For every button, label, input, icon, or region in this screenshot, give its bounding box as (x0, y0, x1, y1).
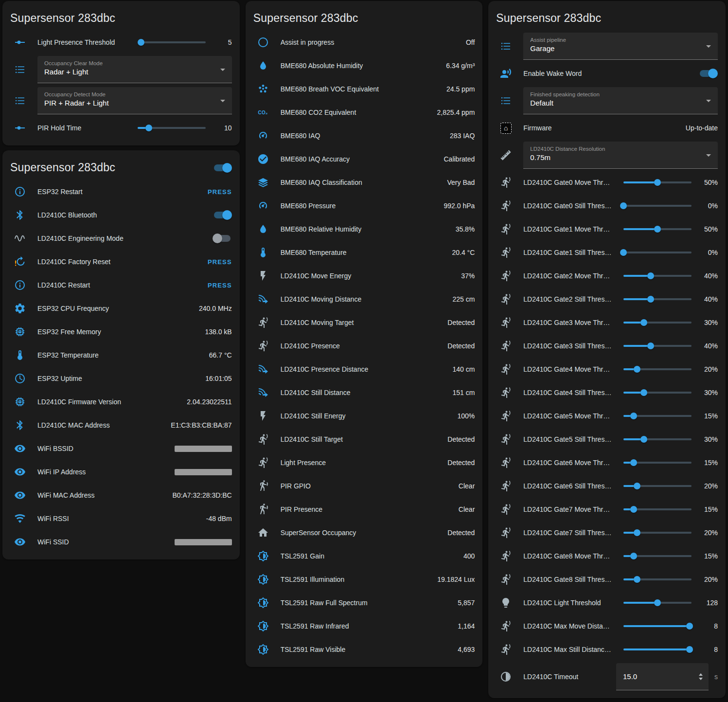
slider-thumb[interactable] (647, 272, 654, 279)
slider-ld2410c-gate2-still-thres[interactable] (623, 293, 692, 306)
slider-thumb[interactable] (138, 39, 144, 46)
slider-value: 50% (697, 225, 718, 233)
entity-value: 20.4 °C (452, 249, 475, 256)
press-button-ld2410c-restart[interactable]: PRESS (208, 282, 232, 289)
entity-label: TSL2591 Raw Visible (281, 646, 452, 653)
card-title: Supersensor 283dbc (10, 161, 207, 174)
slider-thumb[interactable] (647, 296, 654, 303)
press-button-esp32-restart[interactable]: PRESS (208, 188, 232, 196)
slider-thumb[interactable] (654, 599, 661, 606)
eye-icon (14, 489, 26, 501)
slider-thumb[interactable] (620, 202, 627, 209)
slider-thumb[interactable] (630, 506, 637, 513)
slider-ld2410c-gate4-move-thr[interactable] (623, 363, 692, 376)
slider-thumb[interactable] (630, 459, 637, 466)
slider-thumb[interactable] (654, 226, 661, 233)
slider-ld2410c-gate8-move-thr[interactable] (623, 550, 692, 562)
slider-ld2410c-gate0-move-thr[interactable] (623, 176, 692, 189)
slider-ld2410c-gate6-still-thres[interactable] (623, 480, 692, 492)
toggle-ld2410c-bluetooth[interactable] (213, 210, 232, 220)
slider-thumb[interactable] (640, 389, 647, 396)
increment-button[interactable] (699, 673, 703, 676)
slider-thumb[interactable] (634, 483, 640, 489)
select-occupancy-clear-mode[interactable]: Occupancy Clear ModeRadar + Light (37, 56, 232, 83)
row-ld2410c-still-distance: LD2410C Still Distance151 cm (246, 381, 483, 404)
card-power-toggle[interactable] (213, 163, 232, 173)
select-label: Occupancy Detect Mode (44, 91, 214, 97)
list-icon (500, 95, 512, 107)
chevron-down-icon (706, 100, 711, 102)
slider-thumb[interactable] (630, 553, 637, 559)
slider-pir-hold-time[interactable] (138, 122, 206, 134)
motion-run-icon (500, 247, 512, 258)
card-header: Supersensor 283dbc (246, 2, 483, 31)
slider-ld2410c-gate7-still-thres[interactable] (623, 526, 692, 539)
slider-thumb[interactable] (686, 646, 693, 653)
entity-value: Very Bad (447, 179, 475, 186)
motion-walk-icon (257, 480, 269, 492)
toggle-enable-wake-word[interactable] (698, 69, 718, 78)
slider-fill (623, 298, 651, 300)
switch-thumb (222, 163, 232, 173)
row-ld2410c-gate3-move-thr: LD2410C Gate3 Move Thr…30% (488, 311, 726, 334)
slider-ld2410c-gate3-still-thres[interactable] (623, 340, 692, 352)
row-enable-wake-word: Enable Wake Word (488, 62, 726, 85)
slider-ld2410c-gate8-still-thres[interactable] (623, 573, 692, 586)
select-assist-pipeline[interactable]: Assist pipelineGarage (523, 33, 718, 60)
select-ld2410c-distance-resolution[interactable]: LD2410C Distance Resolution0.75m (523, 142, 718, 169)
slider-ld2410c-light-threshold[interactable] (623, 596, 692, 609)
entity-label: BME680 Absolute Humidity (281, 62, 441, 70)
entity-label: LD2410C Restart (37, 281, 202, 289)
eye-icon (14, 536, 26, 548)
slider-thumb[interactable] (640, 319, 647, 326)
row-ld2410c-gate7-still-thres: LD2410C Gate7 Still Thres…20% (488, 521, 726, 544)
slider-ld2410c-gate7-move-thr[interactable] (623, 503, 692, 516)
switch-thumb (222, 210, 232, 220)
select-occupancy-detect-mode[interactable]: Occupancy Detect ModePIR + Radar + Light (37, 87, 232, 114)
number-input-ld2410c-timeout[interactable]: 15.0 (616, 663, 709, 690)
slider-thumb[interactable] (634, 529, 640, 536)
slider-ld2410c-max-still-distanc[interactable] (623, 643, 692, 656)
entity-label: Assist in progress (281, 38, 460, 46)
slider-ld2410c-gate3-move-thr[interactable] (623, 316, 692, 329)
slider-value: 30% (697, 435, 718, 443)
brightness-icon (257, 620, 269, 632)
slider-light-presence-threshold[interactable] (138, 36, 206, 49)
eye-icon (14, 443, 26, 454)
slider-ld2410c-gate5-still-thres[interactable] (623, 433, 692, 446)
slider-thumb[interactable] (647, 342, 654, 349)
slider-thumb[interactable] (145, 125, 152, 131)
slider-thumb[interactable] (620, 249, 627, 256)
entity-value: 100% (458, 412, 475, 420)
motion-run-icon (500, 177, 512, 188)
slider-ld2410c-gate2-move-thr[interactable] (623, 270, 692, 282)
slider-thumb[interactable] (654, 179, 661, 186)
entity-value: 19.1824 Lux (437, 576, 475, 583)
slider-fill (623, 625, 690, 627)
slider-thumb[interactable] (634, 576, 640, 583)
slider-ld2410c-gate1-still-thres[interactable] (623, 246, 692, 259)
slider-thumb[interactable] (686, 623, 693, 630)
slider-ld2410c-gate6-move-thr[interactable] (623, 456, 692, 469)
slider-thumb[interactable] (640, 436, 647, 443)
row-ld2410c-presence: LD2410C PresenceDetected (246, 334, 483, 358)
toggle-ld2410c-engineering-mode[interactable] (213, 234, 232, 243)
row-bme680-temperature: BME680 Temperature20.4 °C (246, 241, 483, 264)
motion-run-icon (257, 340, 269, 352)
slider-ld2410c-gate0-still-thres[interactable] (623, 199, 692, 212)
slider-ld2410c-max-move-dista[interactable] (623, 620, 692, 632)
slider-ld2410c-gate1-move-thr[interactable] (623, 223, 692, 235)
row-bme680-co2-equivalent: CO₂BME680 CO2 Equivalent2,825.4 ppm (246, 101, 483, 124)
number-value: 15.0 (623, 672, 698, 681)
slider-ld2410c-gate5-move-thr[interactable] (623, 410, 692, 422)
decrement-button[interactable] (699, 678, 703, 680)
slider-thumb[interactable] (634, 366, 640, 373)
row-ld2410c-presence-distance: LD2410C Presence Distance140 cm (246, 358, 483, 381)
row-ld2410c-gate2-still-thres: LD2410C Gate2 Still Thres…40% (488, 288, 726, 311)
slider-thumb[interactable] (630, 413, 637, 419)
row-pir-gpio: PIR GPIOClear (246, 474, 483, 498)
press-button-ld2410c-factory-reset[interactable]: PRESS (208, 258, 232, 266)
select-finished-speaking-detection[interactable]: Finished speaking detectionDefault (523, 87, 718, 114)
entity-value: Detected (447, 529, 475, 537)
slider-ld2410c-gate4-still-thres[interactable] (623, 386, 692, 399)
